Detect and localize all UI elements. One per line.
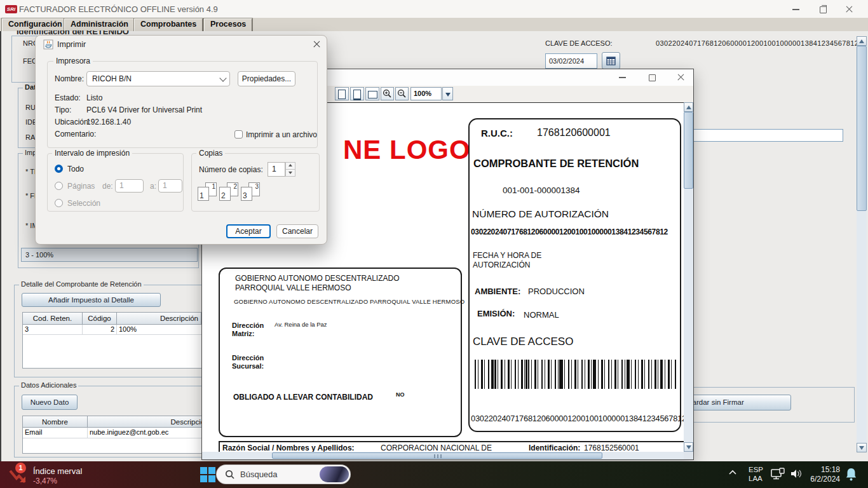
radio-paginas[interactable] <box>55 182 63 190</box>
de-field[interactable]: 1 <box>115 179 144 193</box>
clock[interactable]: 15:18 6/2/2024 <box>799 465 840 484</box>
menu-comprobantes[interactable]: Comprobantes <box>134 18 203 32</box>
doc-razon-social-big: GOBIERNO AUTONOMO DESCENTRALIZADO PARROQ… <box>235 274 449 293</box>
start-button[interactable] <box>200 467 215 482</box>
doc-fecha-line2: AUTORIZACIÓN <box>473 261 530 269</box>
anadir-impuesto-button[interactable]: Añadir Impuesto al Detalle <box>22 293 161 307</box>
tray-time: 15:18 <box>799 465 840 475</box>
aceptar-button[interactable]: Aceptar <box>226 224 271 238</box>
cancelar-button[interactable]: Cancelar <box>276 224 318 238</box>
doc-right-box: R.U.C.: 1768120600001 COMPROBANTE DE RET… <box>468 118 681 432</box>
notification-bell-icon[interactable] <box>845 468 857 482</box>
comentario-label: Comentario: <box>55 130 96 139</box>
page-layout-fit-icon[interactable] <box>350 87 364 100</box>
menu-procesos[interactable]: Procesos <box>204 18 252 32</box>
num-copias-field[interactable]: 1 <box>268 162 285 177</box>
ubicacion-value: 192.168.1.40 <box>86 118 131 126</box>
minimize-button[interactable] <box>786 3 805 15</box>
doc-emision-label: EMISIÓN: <box>477 309 515 318</box>
propiedades-button[interactable]: Propiedades... <box>238 71 295 86</box>
a-label: a: <box>150 182 156 191</box>
doc-contabilidad-label: OBLIGADO A LLEVAR CONTABILIDAD <box>233 393 373 402</box>
printer-select[interactable]: RICOH B/N <box>86 71 230 86</box>
doc-footer-razon-value: CORPORACION NACIONAL DE <box>381 444 492 452</box>
radio-seleccion[interactable] <box>55 199 63 207</box>
main-scroll-down-button[interactable] <box>857 443 867 452</box>
network-icon[interactable] <box>770 468 785 480</box>
detalle-header-descripcion[interactable]: Descripción <box>117 312 201 325</box>
main-scrollbar-thumb[interactable] <box>857 46 867 211</box>
close-button[interactable] <box>839 3 858 15</box>
adicionales-cell-nombre[interactable]: Email <box>23 428 88 438</box>
calendar-button[interactable] <box>602 52 620 69</box>
menu-administracion[interactable]: Administración <box>64 18 135 32</box>
adicionales-group-title: Datos Adicionales <box>19 382 78 389</box>
adicionales-header-nombre[interactable]: Nombre <box>22 416 88 428</box>
zoom-in-button[interactable] <box>381 87 394 100</box>
collate-pages-icon: 1 1 2 2 3 3 <box>198 182 280 205</box>
copies-down-button[interactable] <box>285 169 295 177</box>
detalle-header-cod[interactable]: Cod. Reten. <box>22 312 83 325</box>
detalle-group-title: Detalle del Comprobante de Retención <box>19 281 144 288</box>
doc-left-box: GOBIERNO AUTONOMO DESCENTRALIZADO PARROQ… <box>219 268 462 437</box>
preview-scroll-corner <box>684 452 693 459</box>
zoom-level-field[interactable]: 100% <box>410 87 442 100</box>
a-field[interactable]: 1 <box>158 179 182 193</box>
preview-scroll-down-button[interactable] <box>684 442 693 452</box>
doc-dir-matriz-value: Av. Reina de la Paz <box>275 321 327 328</box>
preview-vscrollbar-thumb[interactable] <box>684 112 693 189</box>
doc-title: COMPROBANTE DE RETENCIÓN <box>473 158 639 170</box>
radio-todo[interactable] <box>55 165 63 173</box>
fecha-field[interactable]: 03/02/2024 <box>545 53 597 69</box>
doc-contabilidad-value: NO <box>396 391 405 398</box>
preview-minimize-button[interactable] <box>613 71 632 83</box>
widget-badge: 1 <box>15 463 26 473</box>
widgets-button[interactable]: 1 Índice merval -3,47% <box>5 463 119 487</box>
doc-ruc-value: 1768120600001 <box>537 127 611 139</box>
doc-clave-value: 0302202407176812060000120010010000013841… <box>471 414 686 423</box>
menu-configuracion[interactable]: Configuración <box>2 18 69 32</box>
zoom-out-icon <box>397 89 407 98</box>
tray-chevron-icon[interactable] <box>728 470 737 475</box>
preview-hscrollbar-thumb[interactable] <box>272 452 602 459</box>
estado-label: Estado: <box>55 93 81 102</box>
doc-ruc-label: R.U.C.: <box>481 128 513 139</box>
num-copias-label: Número de copias: <box>199 165 263 174</box>
keyboard-language[interactable]: ESPLAA <box>749 465 763 483</box>
detalle-cell-codigo[interactable]: 2 <box>83 325 117 335</box>
page-layout-wide-icon[interactable] <box>365 87 379 100</box>
page-layout-single-icon[interactable] <box>335 87 349 100</box>
main-scroll-up-button[interactable] <box>857 36 867 46</box>
widget-title: Índice merval <box>33 466 82 476</box>
print-to-file-checkbox[interactable] <box>234 130 243 139</box>
doc-dir-matriz-label2: Matriz: <box>232 330 254 337</box>
java-coffee-icon <box>43 39 53 50</box>
porcentaje-retencion-field[interactable]: 3 - 100% <box>21 248 198 262</box>
estado-value: Listo <box>86 93 102 102</box>
clave-acceso-label: CLAVE DE ACCESO: <box>545 39 613 47</box>
doc-ambiente-value: PRODUCCION <box>528 287 585 296</box>
doc-dir-sucursal-label1: Dirección <box>232 354 264 362</box>
dialog-close-button[interactable] <box>311 39 322 50</box>
preview-maximize-button[interactable] <box>642 71 661 83</box>
doc-footer-id-value: 1768152560001 <box>584 444 639 452</box>
sri-logo-icon: SRi <box>5 5 17 13</box>
doc-clave-label: CLAVE DE ACCESO <box>473 336 573 348</box>
search-box[interactable]: Búsqueda <box>216 464 351 484</box>
zoom-out-button[interactable] <box>395 87 409 100</box>
preview-close-button[interactable] <box>671 71 690 83</box>
preview-scroll-up-button[interactable] <box>684 102 693 112</box>
nuevo-dato-button[interactable]: Nuevo Dato <box>22 395 78 410</box>
impresora-group-title: Impresora <box>53 57 93 65</box>
detalle-header-codigo[interactable]: Código <box>83 312 117 325</box>
zoom-in-icon <box>383 89 392 98</box>
zoom-dropdown-button[interactable] <box>442 87 453 100</box>
doc-numero: 001-001-000001384 <box>503 186 580 195</box>
window-title: FACTURADOR ELECTRÓNICO OFFLINE versión 4… <box>19 4 218 14</box>
search-highlight-image <box>320 466 349 482</box>
doc-dir-sucursal-label2: Sucursal: <box>232 362 264 370</box>
restore-button[interactable] <box>813 3 832 15</box>
detalle-cell-cod[interactable]: 3 <box>23 325 83 335</box>
doc-autorizacion-label: NÚMERO DE AUTORIZACIÓN <box>472 208 609 220</box>
print-to-file-label: Imprimir a un archivo <box>246 130 317 139</box>
